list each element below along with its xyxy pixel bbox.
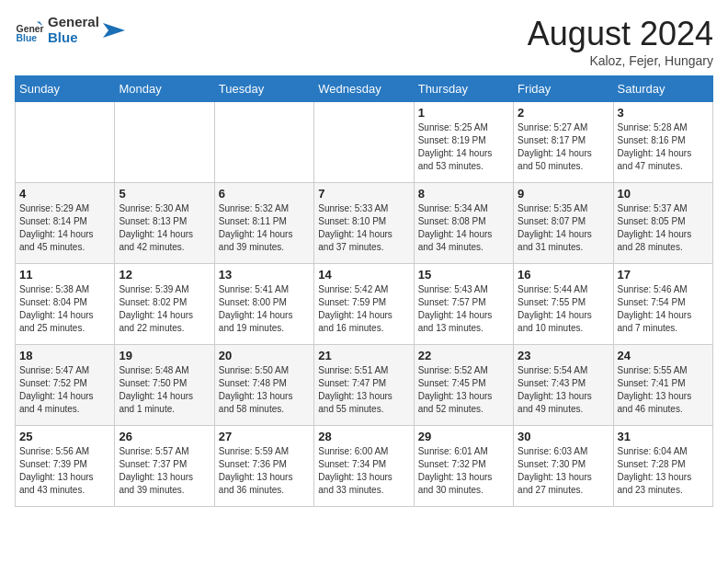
logo-icon: General Blue bbox=[15, 16, 44, 45]
day-number: 30 bbox=[518, 430, 609, 443]
svg-text:General: General bbox=[17, 23, 44, 33]
week-row-4: 18 Sunrise: 5:47 AM Sunset: 7:52 PM Dayl… bbox=[16, 345, 713, 426]
day-number: 1 bbox=[418, 106, 509, 120]
day-info: Sunrise: 5:52 AM Sunset: 7:45 PM Dayligh… bbox=[418, 364, 509, 416]
day-info: Sunrise: 5:27 AM Sunset: 8:17 PM Dayligh… bbox=[518, 121, 609, 173]
month-year: August 2024 bbox=[528, 15, 713, 53]
day-number: 13 bbox=[219, 268, 310, 282]
calendar-cell: 17 Sunrise: 5:46 AM Sunset: 7:54 PM Dayl… bbox=[613, 264, 712, 345]
day-number: 19 bbox=[119, 349, 210, 362]
calendar-cell: 5 Sunrise: 5:30 AM Sunset: 8:13 PM Dayli… bbox=[115, 183, 214, 264]
calendar-cell: 12 Sunrise: 5:39 AM Sunset: 8:02 PM Dayl… bbox=[115, 264, 214, 345]
weekday-header-monday: Monday bbox=[115, 76, 214, 102]
day-info: Sunrise: 5:43 AM Sunset: 7:57 PM Dayligh… bbox=[418, 283, 509, 335]
day-info: Sunrise: 5:50 AM Sunset: 7:48 PM Dayligh… bbox=[219, 364, 310, 416]
page-header: General Blue General Blue August 2024 Ka… bbox=[15, 15, 713, 68]
calendar-cell: 9 Sunrise: 5:35 AM Sunset: 8:07 PM Dayli… bbox=[514, 183, 613, 264]
calendar-cell: 2 Sunrise: 5:27 AM Sunset: 8:17 PM Dayli… bbox=[514, 102, 613, 183]
calendar-cell: 7 Sunrise: 5:33 AM Sunset: 8:10 PM Dayli… bbox=[314, 183, 414, 264]
logo-general: General bbox=[48, 15, 99, 30]
day-info: Sunrise: 5:55 AM Sunset: 7:41 PM Dayligh… bbox=[618, 364, 709, 416]
day-number: 18 bbox=[19, 349, 110, 362]
logo-blue: Blue bbox=[48, 30, 99, 46]
week-row-2: 4 Sunrise: 5:29 AM Sunset: 8:14 PM Dayli… bbox=[16, 183, 713, 264]
weekday-header-sunday: Sunday bbox=[16, 76, 115, 102]
calendar-cell: 23 Sunrise: 5:54 AM Sunset: 7:43 PM Dayl… bbox=[514, 345, 613, 426]
day-info: Sunrise: 5:37 AM Sunset: 8:05 PM Dayligh… bbox=[618, 202, 709, 254]
day-info: Sunrise: 6:03 AM Sunset: 7:30 PM Dayligh… bbox=[518, 445, 609, 497]
day-number: 6 bbox=[219, 187, 310, 201]
calendar-cell: 25 Sunrise: 5:56 AM Sunset: 7:39 PM Dayl… bbox=[16, 426, 115, 507]
day-info: Sunrise: 6:00 AM Sunset: 7:34 PM Dayligh… bbox=[318, 445, 409, 497]
day-info: Sunrise: 5:51 AM Sunset: 7:47 PM Dayligh… bbox=[318, 364, 409, 416]
calendar-cell: 30 Sunrise: 6:03 AM Sunset: 7:30 PM Dayl… bbox=[514, 426, 613, 507]
day-number: 16 bbox=[518, 268, 609, 282]
calendar-cell: 28 Sunrise: 6:00 AM Sunset: 7:34 PM Dayl… bbox=[314, 426, 414, 507]
week-row-3: 11 Sunrise: 5:38 AM Sunset: 8:04 PM Dayl… bbox=[16, 264, 713, 345]
day-number: 14 bbox=[318, 268, 409, 282]
calendar-cell: 6 Sunrise: 5:32 AM Sunset: 8:11 PM Dayli… bbox=[214, 183, 313, 264]
logo: General Blue General Blue bbox=[15, 15, 125, 45]
day-number: 8 bbox=[418, 187, 509, 201]
day-number: 24 bbox=[618, 349, 709, 362]
day-info: Sunrise: 5:48 AM Sunset: 7:50 PM Dayligh… bbox=[119, 364, 210, 416]
weekday-header-thursday: Thursday bbox=[414, 76, 513, 102]
day-number: 23 bbox=[518, 349, 609, 362]
day-number: 4 bbox=[19, 187, 110, 201]
day-number: 10 bbox=[618, 187, 709, 201]
logo-arrow-icon bbox=[103, 21, 125, 40]
day-info: Sunrise: 5:33 AM Sunset: 8:10 PM Dayligh… bbox=[318, 202, 409, 254]
calendar-cell: 15 Sunrise: 5:43 AM Sunset: 7:57 PM Dayl… bbox=[414, 264, 513, 345]
day-info: Sunrise: 6:01 AM Sunset: 7:32 PM Dayligh… bbox=[418, 445, 509, 497]
calendar-cell: 8 Sunrise: 5:34 AM Sunset: 8:08 PM Dayli… bbox=[414, 183, 513, 264]
day-number: 26 bbox=[119, 430, 210, 443]
calendar-cell: 3 Sunrise: 5:28 AM Sunset: 8:16 PM Dayli… bbox=[613, 102, 712, 183]
day-info: Sunrise: 5:41 AM Sunset: 8:00 PM Dayligh… bbox=[219, 283, 310, 335]
day-info: Sunrise: 5:39 AM Sunset: 8:02 PM Dayligh… bbox=[119, 283, 210, 335]
calendar-cell: 26 Sunrise: 5:57 AM Sunset: 7:37 PM Dayl… bbox=[115, 426, 214, 507]
calendar-cell: 24 Sunrise: 5:55 AM Sunset: 7:41 PM Dayl… bbox=[613, 345, 712, 426]
day-number: 7 bbox=[318, 187, 409, 201]
day-info: Sunrise: 6:04 AM Sunset: 7:28 PM Dayligh… bbox=[618, 445, 709, 497]
day-number: 17 bbox=[618, 268, 709, 282]
day-number: 25 bbox=[19, 430, 110, 443]
weekday-header-friday: Friday bbox=[514, 76, 613, 102]
day-info: Sunrise: 5:29 AM Sunset: 8:14 PM Dayligh… bbox=[19, 202, 110, 254]
day-number: 22 bbox=[418, 349, 509, 362]
calendar-cell bbox=[115, 102, 214, 183]
calendar-cell: 29 Sunrise: 6:01 AM Sunset: 7:32 PM Dayl… bbox=[414, 426, 513, 507]
day-info: Sunrise: 5:32 AM Sunset: 8:11 PM Dayligh… bbox=[219, 202, 310, 254]
calendar-cell: 10 Sunrise: 5:37 AM Sunset: 8:05 PM Dayl… bbox=[613, 183, 712, 264]
calendar-cell bbox=[314, 102, 414, 183]
day-number: 29 bbox=[418, 430, 509, 443]
day-number: 2 bbox=[518, 106, 609, 120]
day-number: 11 bbox=[19, 268, 110, 282]
day-number: 9 bbox=[518, 187, 609, 201]
calendar-cell: 4 Sunrise: 5:29 AM Sunset: 8:14 PM Dayli… bbox=[16, 183, 115, 264]
day-number: 28 bbox=[318, 430, 409, 443]
day-number: 3 bbox=[618, 106, 709, 120]
calendar-cell: 13 Sunrise: 5:41 AM Sunset: 8:00 PM Dayl… bbox=[214, 264, 313, 345]
day-info: Sunrise: 5:28 AM Sunset: 8:16 PM Dayligh… bbox=[618, 121, 709, 173]
day-number: 5 bbox=[119, 187, 210, 201]
day-info: Sunrise: 5:34 AM Sunset: 8:08 PM Dayligh… bbox=[418, 202, 509, 254]
title-block: August 2024 Kaloz, Fejer, Hungary bbox=[528, 15, 713, 68]
week-row-5: 25 Sunrise: 5:56 AM Sunset: 7:39 PM Dayl… bbox=[16, 426, 713, 507]
day-info: Sunrise: 5:42 AM Sunset: 7:59 PM Dayligh… bbox=[318, 283, 409, 335]
day-info: Sunrise: 5:30 AM Sunset: 8:13 PM Dayligh… bbox=[119, 202, 210, 254]
calendar-cell: 21 Sunrise: 5:51 AM Sunset: 7:47 PM Dayl… bbox=[314, 345, 414, 426]
day-info: Sunrise: 5:56 AM Sunset: 7:39 PM Dayligh… bbox=[19, 445, 110, 497]
location: Kaloz, Fejer, Hungary bbox=[528, 53, 713, 68]
calendar-cell bbox=[16, 102, 115, 183]
calendar-cell: 27 Sunrise: 5:59 AM Sunset: 7:36 PM Dayl… bbox=[214, 426, 313, 507]
calendar-cell: 14 Sunrise: 5:42 AM Sunset: 7:59 PM Dayl… bbox=[314, 264, 414, 345]
weekday-header-saturday: Saturday bbox=[613, 76, 712, 102]
day-info: Sunrise: 5:38 AM Sunset: 8:04 PM Dayligh… bbox=[19, 283, 110, 335]
calendar-cell: 20 Sunrise: 5:50 AM Sunset: 7:48 PM Dayl… bbox=[214, 345, 313, 426]
calendar-cell: 22 Sunrise: 5:52 AM Sunset: 7:45 PM Dayl… bbox=[414, 345, 513, 426]
day-info: Sunrise: 5:25 AM Sunset: 8:19 PM Dayligh… bbox=[418, 121, 509, 173]
svg-marker-4 bbox=[103, 23, 125, 38]
weekday-header-row: SundayMondayTuesdayWednesdayThursdayFrid… bbox=[16, 76, 713, 102]
weekday-header-tuesday: Tuesday bbox=[214, 76, 313, 102]
calendar-table: SundayMondayTuesdayWednesdayThursdayFrid… bbox=[15, 75, 713, 507]
